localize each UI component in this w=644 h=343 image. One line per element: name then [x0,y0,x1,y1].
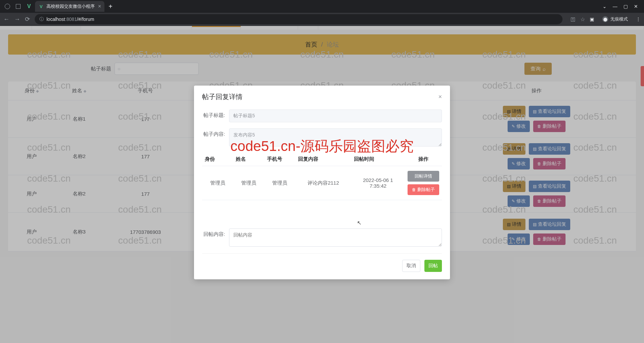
vue-favicon-icon: V [38,4,44,9]
ith-role: 身份 [202,153,233,166]
url-path: /#/forum [77,17,94,22]
reply-phone: 管理员 [264,166,295,200]
page-content: code51.cncode51.cncode51.cncode51.cncode… [0,26,644,343]
nav-forward-icon[interactable]: → [14,16,20,23]
cancel-button[interactable]: 取消 [402,260,420,272]
reply-detail-button[interactable]: 回帖详情 [408,171,439,182]
reply-role: 管理员 [202,166,233,200]
window-minimize-icon[interactable]: — [613,4,617,9]
reply-detail-modal: 帖子回复详情 × 帖子标题: 帖子内容: 发布内容5 身份 姓名 手机号 回复内… [194,86,450,279]
reply-time: 2022-05-06 17:35:42 [351,166,405,200]
nav-back-icon[interactable]: ← [3,16,9,23]
ith-time: 回帖时间 [351,153,405,166]
tab-control-icon[interactable] [13,2,23,11]
ith-name: 姓名 [233,153,264,166]
url-port: :8081 [65,17,77,22]
incognito-badge: ⬤ 无痕模式 [599,15,631,24]
field-label-post-title: 帖子标题: [202,110,229,119]
submit-reply-button[interactable]: 回帖 [424,260,442,272]
field-label-reply: 回帖内容: [202,228,229,238]
chevron-down-icon[interactable]: ⌄ [603,4,607,9]
modal-title: 帖子回复详情 [202,92,243,101]
reply-content-input[interactable] [229,228,442,247]
browser-titlebar: V V 高校校园交友微信小程序 × + ⌄ — ▢ ✕ [0,0,644,13]
reply-delete-button[interactable]: 删除帖子 [408,184,439,195]
tab-close-icon[interactable]: × [95,3,101,9]
url-input[interactable]: ⓘ localhost:8081/#/forum [35,14,562,24]
window-maximize-icon[interactable]: ▢ [623,4,628,9]
field-post-content: 发布内容5 [229,128,442,147]
new-tab-button[interactable]: + [104,3,117,10]
ith-content: 回复内容 [295,153,351,166]
reply-name: 管理员 [233,166,264,200]
modal-close-icon[interactable]: × [438,93,442,100]
tab-title: 高校校园交友微信小程序 [46,3,95,9]
address-bar: ← → ⟳ ⓘ localhost:8081/#/forum ⚿ ☆ ▣ ⬤ 无… [0,13,644,26]
window-controls: ⌄ — ▢ ✕ [599,4,641,9]
field-post-title [229,110,442,122]
nav-reload-icon[interactable]: ⟳ [25,15,30,23]
window-close-icon[interactable]: ✕ [634,4,638,9]
incognito-icon: ⬤ [602,16,608,22]
browser-menu-icon[interactable]: ⋮ [636,17,641,22]
url-host: localhost [46,17,65,22]
extensions-icon[interactable]: ▣ [590,17,594,22]
bookmark-star-icon[interactable]: ☆ [580,16,585,23]
tab-control-vue-icon: V [24,2,34,11]
field-label-post-content: 帖子内容: [202,128,229,137]
ith-ops: 操作 [405,153,442,166]
tab-control-icon[interactable] [3,2,12,11]
site-info-icon[interactable]: ⓘ [39,16,44,22]
ith-phone: 手机号 [264,153,295,166]
reply-list-table: 身份 姓名 手机号 回复内容 回帖时间 操作 管理员 管理员 管理员 评论内容2… [202,153,442,200]
reply-content: 评论内容2112 [295,166,351,200]
key-icon[interactable]: ⚿ [571,17,576,22]
incognito-label: 无痕模式 [610,16,628,22]
tab-strip: V V 高校校园交友微信小程序 × + [3,0,599,13]
browser-tab[interactable]: V 高校校园交友微信小程序 × [35,1,104,12]
reply-row: 管理员 管理员 管理员 评论内容2112 2022-05-06 17:35:42… [202,166,442,200]
